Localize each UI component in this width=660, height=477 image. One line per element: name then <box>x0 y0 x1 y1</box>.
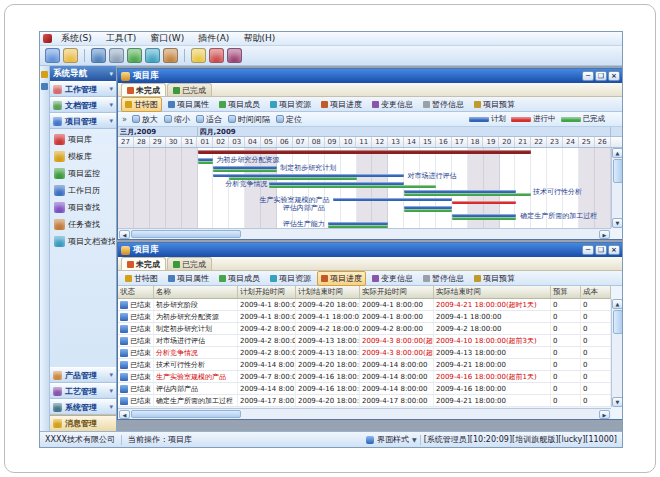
scroll-up-icon[interactable]: ▲ <box>612 148 622 158</box>
help-icon[interactable] <box>209 48 224 63</box>
scroll-down-icon[interactable]: ▼ <box>612 218 622 228</box>
print-icon[interactable] <box>109 48 124 63</box>
sidebar-group[interactable]: 系统管理▾ <box>50 399 116 415</box>
locate-button[interactable]: 定位 <box>276 114 302 125</box>
fit-button[interactable]: 适合 <box>196 114 222 125</box>
exit-icon[interactable] <box>227 48 242 63</box>
detail-tab[interactable]: 变更信息 <box>368 97 417 112</box>
gantt-bar-done[interactable] <box>452 217 516 220</box>
save-icon[interactable] <box>91 48 106 63</box>
sidebar-group[interactable]: 工作管理▾ <box>50 81 116 97</box>
sidebar-item[interactable]: 工作日历 <box>54 184 115 197</box>
column-header[interactable]: 实际结束时间 <box>434 286 551 298</box>
vertical-scrollbar[interactable]: ▲ ▼ <box>611 148 622 228</box>
scrollbar-thumb[interactable] <box>613 159 623 183</box>
detail-tab[interactable]: 项目预算 <box>470 271 519 286</box>
lock-icon[interactable] <box>191 48 206 63</box>
scroll-right-icon[interactable]: ▶ <box>599 230 610 239</box>
sidebar-item[interactable]: 任务查找 <box>54 218 115 231</box>
column-header[interactable]: 计划开始时间 <box>238 286 296 298</box>
column-header[interactable]: 状态 <box>118 286 154 298</box>
close-button[interactable]: × <box>608 71 620 81</box>
sidebar-item[interactable]: 项目监控 <box>54 167 115 180</box>
refresh-icon[interactable] <box>127 48 142 63</box>
minimize-button[interactable]: ─ <box>582 245 594 255</box>
column-header[interactable]: 名称 <box>154 286 238 298</box>
open-icon[interactable] <box>63 48 78 63</box>
scrollbar-thumb[interactable] <box>131 410 241 418</box>
time-interval-button[interactable]: 时间间隔 <box>228 114 270 125</box>
state-tab[interactable]: 已完成 <box>167 257 212 270</box>
detail-tab[interactable]: 项目资源 <box>266 97 315 112</box>
detail-tab[interactable]: 暂停信息 <box>419 271 468 286</box>
restore-button[interactable]: ❑ <box>595 245 607 255</box>
sidebar-item[interactable]: 项目文档查找 <box>54 235 115 248</box>
sidebar-group[interactable]: 产品管理▾ <box>50 367 116 383</box>
overflow-chevron-icon[interactable]: » <box>122 115 127 124</box>
detail-tab[interactable]: 项目预算 <box>470 97 519 112</box>
chevron-down-icon[interactable]: ▾ <box>109 70 113 78</box>
sidebar-group[interactable]: 工艺管理▾ <box>50 383 116 399</box>
sidebar-group[interactable]: 项目管理▾ <box>50 113 116 129</box>
horizontal-scrollbar[interactable]: ◀ ▶ <box>118 228 611 239</box>
gantt-bar-run[interactable] <box>452 201 516 204</box>
table-row[interactable]: 已结束制定初步研究计划2009-4-2 8:00:002009-4-2 18:0… <box>118 323 611 335</box>
scrollbar-thumb[interactable] <box>131 230 241 238</box>
gantt-bar-done[interactable] <box>213 169 277 172</box>
table-row[interactable]: 已结束为初步研究分配资源2009-4-1 8:00:002009-4-1 18:… <box>118 311 611 323</box>
sidebar-item[interactable]: 项目查找 <box>54 201 115 214</box>
table-row[interactable]: 已结束分析竞争情况2009-4-2 8:00:002009-4-13 18:00… <box>118 347 611 359</box>
detail-tab[interactable]: 变更信息 <box>368 271 417 286</box>
detail-tab[interactable]: 项目进度 <box>317 97 366 112</box>
pin-icon[interactable] <box>41 83 48 90</box>
table-row[interactable]: 已结束初步研究阶段2009-4-1 8:00:002009-4-20 18:00… <box>118 299 611 311</box>
detail-tab[interactable]: 甘特图 <box>121 271 162 286</box>
sidebar-bottom-tab[interactable]: 消息管理 <box>50 415 116 431</box>
sidebar-item[interactable]: 模板库 <box>54 150 115 163</box>
sidebar-item[interactable]: 项目库 <box>54 133 115 146</box>
vertical-scrollbar[interactable]: ▲ ▼ <box>611 299 622 407</box>
zoom-out-button[interactable]: 缩小 <box>164 114 190 125</box>
style-selector[interactable]: 界面样式 <box>377 434 409 445</box>
scrollbar-thumb[interactable] <box>613 310 623 334</box>
restore-button[interactable]: ❑ <box>595 71 607 81</box>
menu-item[interactable]: 工具(T) <box>99 32 144 45</box>
scroll-up-icon[interactable]: ▲ <box>612 299 622 309</box>
gantt-bar-done[interactable] <box>198 161 214 164</box>
chevron-down-icon[interactable]: ▼ <box>412 436 417 443</box>
new-icon[interactable] <box>45 48 60 63</box>
window-titlebar[interactable]: 项目库 ─ ❑ × <box>118 243 622 257</box>
menu-item[interactable]: 系统(S) <box>54 32 99 45</box>
horizontal-scrollbar[interactable]: ◀ ▶ <box>118 408 611 419</box>
detail-tab[interactable]: 甘特图 <box>121 97 162 112</box>
close-button[interactable]: × <box>608 245 620 255</box>
table-row[interactable]: 已结束技术可行性分析2009-4-14 8:00:002009-4-20 18:… <box>118 359 611 371</box>
column-header[interactable]: 实际开始时间 <box>360 286 434 298</box>
menu-item[interactable]: 插件(A) <box>191 32 236 45</box>
detail-tab[interactable]: 项目成员 <box>215 271 264 286</box>
detail-tab[interactable]: 项目资源 <box>266 271 315 286</box>
gantt-bar-done[interactable] <box>404 209 452 212</box>
sidebar-group[interactable]: 文档管理▾ <box>50 97 116 113</box>
scroll-down-icon[interactable]: ▼ <box>612 397 622 407</box>
table-row[interactable]: 已结束评估内部产品2009-4-14 8:00:002009-4-16 18:0… <box>118 383 611 395</box>
detail-tab[interactable]: 项目成员 <box>215 97 264 112</box>
table-row[interactable]: 已结束生产实验室规模的产品2009-4-7 8:00:002009-4-16 1… <box>118 371 611 383</box>
gantt-bar-plan[interactable] <box>333 198 452 201</box>
search-icon[interactable] <box>145 48 160 63</box>
gantt-bar-done[interactable] <box>269 185 436 188</box>
scroll-left-icon[interactable]: ◀ <box>119 410 130 419</box>
detail-tab[interactable]: 项目属性 <box>164 271 213 286</box>
gantt-bar-done[interactable] <box>404 193 531 196</box>
settings-icon[interactable] <box>163 48 178 63</box>
window-titlebar[interactable]: 项目库 ─ ❑ × <box>118 69 622 83</box>
folder-icon[interactable] <box>41 71 48 78</box>
detail-tab[interactable]: 暂停信息 <box>419 97 468 112</box>
table-row[interactable]: 已结束确定生产所需的加工过程2009-4-17 8:00:002009-4-20… <box>118 395 611 407</box>
gantt-bar-summary[interactable] <box>198 150 532 154</box>
column-header[interactable]: 成本 <box>581 286 611 298</box>
column-header[interactable]: 预算 <box>551 286 581 298</box>
state-tab[interactable]: 未完成 <box>121 257 166 270</box>
zoom-in-button[interactable]: 放大 <box>132 114 158 125</box>
menu-item[interactable]: 窗口(W) <box>143 32 191 45</box>
